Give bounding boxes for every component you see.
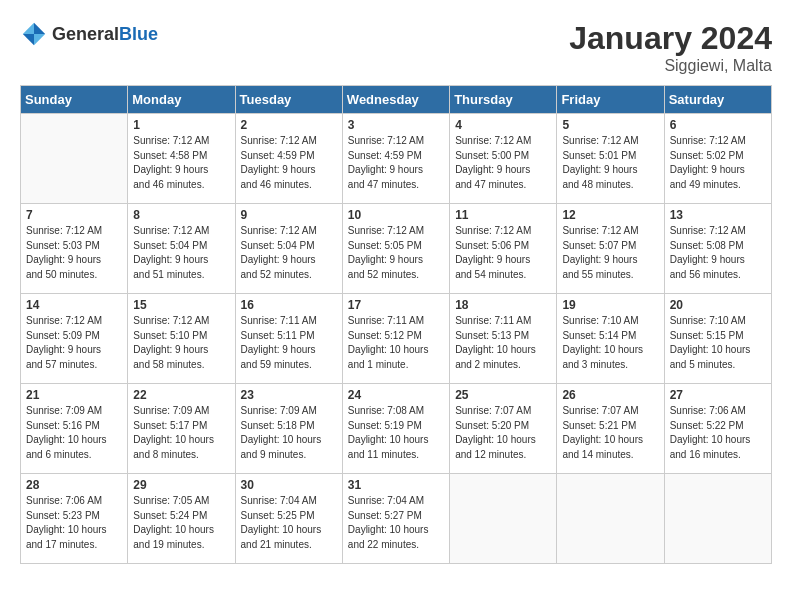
day-number: 26 xyxy=(562,388,658,402)
calendar-cell-w2-d3: 17Sunrise: 7:11 AM Sunset: 5:12 PM Dayli… xyxy=(342,294,449,384)
calendar-cell-w2-d4: 18Sunrise: 7:11 AM Sunset: 5:13 PM Dayli… xyxy=(450,294,557,384)
day-info: Sunrise: 7:07 AM Sunset: 5:20 PM Dayligh… xyxy=(455,404,551,462)
title-block: January 2024 Siggiewi, Malta xyxy=(569,20,772,75)
day-info: Sunrise: 7:09 AM Sunset: 5:16 PM Dayligh… xyxy=(26,404,122,462)
logo-blue: Blue xyxy=(119,24,158,44)
calendar-cell-w0-d0 xyxy=(21,114,128,204)
calendar-cell-w3-d5: 26Sunrise: 7:07 AM Sunset: 5:21 PM Dayli… xyxy=(557,384,664,474)
calendar-week-1: 7Sunrise: 7:12 AM Sunset: 5:03 PM Daylig… xyxy=(21,204,772,294)
calendar-cell-w1-d4: 11Sunrise: 7:12 AM Sunset: 5:06 PM Dayli… xyxy=(450,204,557,294)
day-info: Sunrise: 7:06 AM Sunset: 5:22 PM Dayligh… xyxy=(670,404,766,462)
calendar-cell-w1-d1: 8Sunrise: 7:12 AM Sunset: 5:04 PM Daylig… xyxy=(128,204,235,294)
day-info: Sunrise: 7:09 AM Sunset: 5:18 PM Dayligh… xyxy=(241,404,337,462)
svg-marker-2 xyxy=(34,34,45,45)
calendar-cell-w3-d2: 23Sunrise: 7:09 AM Sunset: 5:18 PM Dayli… xyxy=(235,384,342,474)
day-number: 15 xyxy=(133,298,229,312)
day-number: 9 xyxy=(241,208,337,222)
day-info: Sunrise: 7:12 AM Sunset: 5:10 PM Dayligh… xyxy=(133,314,229,372)
calendar-cell-w4-d3: 31Sunrise: 7:04 AM Sunset: 5:27 PM Dayli… xyxy=(342,474,449,564)
day-number: 4 xyxy=(455,118,551,132)
day-info: Sunrise: 7:11 AM Sunset: 5:11 PM Dayligh… xyxy=(241,314,337,372)
calendar-week-0: 1Sunrise: 7:12 AM Sunset: 4:58 PM Daylig… xyxy=(21,114,772,204)
calendar-cell-w4-d2: 30Sunrise: 7:04 AM Sunset: 5:25 PM Dayli… xyxy=(235,474,342,564)
svg-marker-1 xyxy=(23,23,34,34)
calendar-cell-w0-d6: 6Sunrise: 7:12 AM Sunset: 5:02 PM Daylig… xyxy=(664,114,771,204)
calendar-cell-w0-d3: 3Sunrise: 7:12 AM Sunset: 4:59 PM Daylig… xyxy=(342,114,449,204)
day-info: Sunrise: 7:12 AM Sunset: 4:59 PM Dayligh… xyxy=(241,134,337,192)
day-info: Sunrise: 7:06 AM Sunset: 5:23 PM Dayligh… xyxy=(26,494,122,552)
day-number: 30 xyxy=(241,478,337,492)
day-number: 21 xyxy=(26,388,122,402)
calendar-week-2: 14Sunrise: 7:12 AM Sunset: 5:09 PM Dayli… xyxy=(21,294,772,384)
day-info: Sunrise: 7:11 AM Sunset: 5:12 PM Dayligh… xyxy=(348,314,444,372)
calendar-week-3: 21Sunrise: 7:09 AM Sunset: 5:16 PM Dayli… xyxy=(21,384,772,474)
day-info: Sunrise: 7:12 AM Sunset: 4:59 PM Dayligh… xyxy=(348,134,444,192)
day-info: Sunrise: 7:12 AM Sunset: 5:00 PM Dayligh… xyxy=(455,134,551,192)
location-subtitle: Siggiewi, Malta xyxy=(569,57,772,75)
day-info: Sunrise: 7:10 AM Sunset: 5:14 PM Dayligh… xyxy=(562,314,658,372)
calendar-cell-w3-d3: 24Sunrise: 7:08 AM Sunset: 5:19 PM Dayli… xyxy=(342,384,449,474)
day-number: 2 xyxy=(241,118,337,132)
day-info: Sunrise: 7:12 AM Sunset: 5:09 PM Dayligh… xyxy=(26,314,122,372)
day-info: Sunrise: 7:12 AM Sunset: 5:03 PM Dayligh… xyxy=(26,224,122,282)
calendar-table: Sunday Monday Tuesday Wednesday Thursday… xyxy=(20,85,772,564)
calendar-week-4: 28Sunrise: 7:06 AM Sunset: 5:23 PM Dayli… xyxy=(21,474,772,564)
day-info: Sunrise: 7:08 AM Sunset: 5:19 PM Dayligh… xyxy=(348,404,444,462)
day-info: Sunrise: 7:12 AM Sunset: 5:02 PM Dayligh… xyxy=(670,134,766,192)
day-info: Sunrise: 7:12 AM Sunset: 5:04 PM Dayligh… xyxy=(241,224,337,282)
svg-marker-0 xyxy=(34,23,45,34)
day-info: Sunrise: 7:12 AM Sunset: 5:04 PM Dayligh… xyxy=(133,224,229,282)
page-header: GeneralBlue January 2024 Siggiewi, Malta xyxy=(20,20,772,75)
calendar-cell-w4-d4 xyxy=(450,474,557,564)
header-row: Sunday Monday Tuesday Wednesday Thursday… xyxy=(21,86,772,114)
day-number: 12 xyxy=(562,208,658,222)
calendar-cell-w3-d1: 22Sunrise: 7:09 AM Sunset: 5:17 PM Dayli… xyxy=(128,384,235,474)
day-number: 22 xyxy=(133,388,229,402)
calendar-cell-w1-d0: 7Sunrise: 7:12 AM Sunset: 5:03 PM Daylig… xyxy=(21,204,128,294)
calendar-cell-w1-d3: 10Sunrise: 7:12 AM Sunset: 5:05 PM Dayli… xyxy=(342,204,449,294)
calendar-header: Sunday Monday Tuesday Wednesday Thursday… xyxy=(21,86,772,114)
day-number: 29 xyxy=(133,478,229,492)
day-info: Sunrise: 7:04 AM Sunset: 5:25 PM Dayligh… xyxy=(241,494,337,552)
day-info: Sunrise: 7:05 AM Sunset: 5:24 PM Dayligh… xyxy=(133,494,229,552)
day-info: Sunrise: 7:12 AM Sunset: 5:01 PM Dayligh… xyxy=(562,134,658,192)
calendar-cell-w4-d6 xyxy=(664,474,771,564)
calendar-cell-w0-d1: 1Sunrise: 7:12 AM Sunset: 4:58 PM Daylig… xyxy=(128,114,235,204)
calendar-cell-w4-d5 xyxy=(557,474,664,564)
day-number: 27 xyxy=(670,388,766,402)
day-number: 25 xyxy=(455,388,551,402)
day-number: 8 xyxy=(133,208,229,222)
day-info: Sunrise: 7:07 AM Sunset: 5:21 PM Dayligh… xyxy=(562,404,658,462)
day-number: 13 xyxy=(670,208,766,222)
header-wednesday: Wednesday xyxy=(342,86,449,114)
day-number: 19 xyxy=(562,298,658,312)
calendar-cell-w4-d0: 28Sunrise: 7:06 AM Sunset: 5:23 PM Dayli… xyxy=(21,474,128,564)
day-number: 10 xyxy=(348,208,444,222)
logo-icon xyxy=(20,20,48,48)
logo-general: General xyxy=(52,24,119,44)
day-info: Sunrise: 7:11 AM Sunset: 5:13 PM Dayligh… xyxy=(455,314,551,372)
calendar-cell-w2-d2: 16Sunrise: 7:11 AM Sunset: 5:11 PM Dayli… xyxy=(235,294,342,384)
day-number: 6 xyxy=(670,118,766,132)
day-info: Sunrise: 7:09 AM Sunset: 5:17 PM Dayligh… xyxy=(133,404,229,462)
calendar-cell-w3-d4: 25Sunrise: 7:07 AM Sunset: 5:20 PM Dayli… xyxy=(450,384,557,474)
day-info: Sunrise: 7:04 AM Sunset: 5:27 PM Dayligh… xyxy=(348,494,444,552)
calendar-cell-w0-d5: 5Sunrise: 7:12 AM Sunset: 5:01 PM Daylig… xyxy=(557,114,664,204)
day-number: 1 xyxy=(133,118,229,132)
day-number: 18 xyxy=(455,298,551,312)
calendar-cell-w4-d1: 29Sunrise: 7:05 AM Sunset: 5:24 PM Dayli… xyxy=(128,474,235,564)
day-number: 24 xyxy=(348,388,444,402)
day-info: Sunrise: 7:12 AM Sunset: 5:06 PM Dayligh… xyxy=(455,224,551,282)
header-sunday: Sunday xyxy=(21,86,128,114)
header-friday: Friday xyxy=(557,86,664,114)
calendar-cell-w2-d0: 14Sunrise: 7:12 AM Sunset: 5:09 PM Dayli… xyxy=(21,294,128,384)
day-info: Sunrise: 7:12 AM Sunset: 5:07 PM Dayligh… xyxy=(562,224,658,282)
day-number: 17 xyxy=(348,298,444,312)
day-number: 28 xyxy=(26,478,122,492)
calendar-cell-w0-d4: 4Sunrise: 7:12 AM Sunset: 5:00 PM Daylig… xyxy=(450,114,557,204)
day-number: 31 xyxy=(348,478,444,492)
calendar-cell-w2-d5: 19Sunrise: 7:10 AM Sunset: 5:14 PM Dayli… xyxy=(557,294,664,384)
svg-marker-3 xyxy=(23,34,34,45)
header-saturday: Saturday xyxy=(664,86,771,114)
calendar-cell-w3-d0: 21Sunrise: 7:09 AM Sunset: 5:16 PM Dayli… xyxy=(21,384,128,474)
